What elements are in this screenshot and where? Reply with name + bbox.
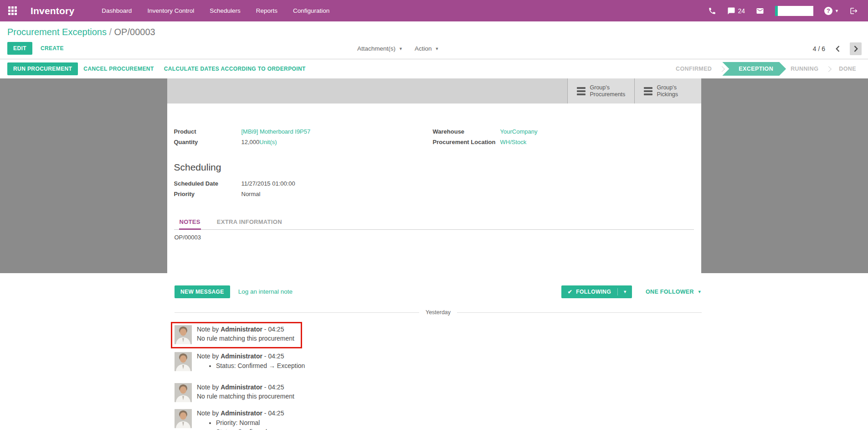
status-exception[interactable]: EXCEPTION <box>722 62 786 76</box>
field-label: Priority <box>174 189 241 199</box>
tracking-item: Priority: Normal <box>216 418 324 427</box>
breadcrumb: Procurement Exceptions / OP/00003 <box>7 27 155 37</box>
app-title: Inventory <box>31 5 74 16</box>
attachments-dropdown[interactable]: Attachment(s)▼ <box>357 45 403 52</box>
chevron-right-icon <box>854 46 858 52</box>
chatter: NEW MESSAGE Log an internal note ✔FOLLOW… <box>175 273 702 430</box>
field-warehouse: Warehouse YourCompany <box>433 126 692 137</box>
message: Note by Administrator - 04:25 No rule ma… <box>175 383 702 403</box>
chevron-down-icon[interactable]: ▼ <box>617 288 632 295</box>
action-dropdown[interactable]: Action▼ <box>415 45 439 52</box>
avatar[interactable] <box>175 352 192 372</box>
edit-button[interactable]: EDIT <box>7 42 32 55</box>
chevron-right-icon <box>719 66 725 72</box>
message-text: No rule matching this procurement <box>197 392 294 401</box>
phone-icon[interactable] <box>708 7 716 15</box>
chevron-right-icon <box>826 66 832 72</box>
avatar[interactable] <box>175 325 192 345</box>
message-tracking-values: Priority: Normal Status: Confirmed Sched… <box>197 418 324 430</box>
list-icon <box>644 87 652 95</box>
field-label: Quantity <box>174 137 241 147</box>
create-button[interactable]: CREATE <box>40 42 65 55</box>
control-panel: Procurement Exceptions / OP/00003 EDIT C… <box>0 21 868 59</box>
product-link[interactable]: [MBi9] Motherboard I9P57 <box>241 126 311 137</box>
warehouse-link[interactable]: YourCompany <box>500 126 538 137</box>
field-scheduled-date: Scheduled Date 11/27/2015 01:00:00 <box>174 178 694 189</box>
check-icon: ✔ <box>568 289 572 295</box>
tab-extra-information[interactable]: EXTRA INFORMATION <box>216 216 282 230</box>
help-icon: ? <box>824 7 832 15</box>
statusbar: CONFIRMED EXCEPTION RUNNING DONE <box>668 62 863 76</box>
avatar[interactable] <box>175 409 192 429</box>
menu-dashboard[interactable]: Dashboard <box>102 7 132 14</box>
menu-inventory-control[interactable]: Inventory Control <box>147 7 194 14</box>
tracking-item: Status: Confirmed → Exception <box>216 361 305 370</box>
message: Note by Administrator - 04:25 Status: Co… <box>175 352 702 372</box>
message-header: Note by Administrator - 04:25 <box>197 409 324 418</box>
chevron-down-icon: ▼ <box>835 9 839 13</box>
field-label: Scheduled Date <box>174 178 241 189</box>
tracking-item: Status: Confirmed <box>216 427 324 430</box>
scheduled-date-value: 11/27/2015 01:00:00 <box>241 178 295 189</box>
groups-procurements-button[interactable]: Group'sProcurements <box>567 78 634 104</box>
field-label: Warehouse <box>433 126 500 137</box>
breadcrumb-separator: / <box>107 27 114 37</box>
notes-content: OP/00003 <box>174 230 694 241</box>
date-separator: Yesterday <box>175 309 702 316</box>
notebook-tabs: NOTES EXTRA INFORMATION <box>174 216 694 230</box>
top-navbar: Inventory Dashboard Inventory Control Sc… <box>0 0 868 21</box>
new-message-button[interactable]: NEW MESSAGE <box>175 285 230 298</box>
tab-notes[interactable]: NOTES <box>179 216 201 230</box>
envelope-icon[interactable] <box>756 7 764 15</box>
avatar[interactable] <box>175 383 192 403</box>
logout-icon[interactable] <box>850 7 858 15</box>
following-button[interactable]: ✔FOLLOWING ▼ <box>561 285 632 298</box>
message-tracking-values: Status: Confirmed → Exception <box>197 361 305 370</box>
followers-dropdown[interactable]: ONE FOLLOWER▼ <box>646 289 702 295</box>
quantity-value: 12,000 <box>241 137 260 147</box>
message-author[interactable]: Administrator <box>221 326 262 333</box>
chevron-left-icon <box>836 46 840 52</box>
user-menu[interactable] <box>775 6 813 16</box>
messages-menu[interactable]: 24 <box>727 7 745 15</box>
pager-previous-button[interactable] <box>832 42 843 55</box>
log-internal-note-button[interactable]: Log an internal note <box>237 285 293 298</box>
unit-link[interactable]: Unit(s) <box>259 137 277 147</box>
message-text: No rule matching this procurement <box>197 334 294 343</box>
cancel-procurement-button[interactable]: CANCEL PROCUREMENT <box>82 62 154 75</box>
field-label: Product <box>174 126 241 137</box>
calculate-dates-button[interactable]: CALCULATE DATES ACCORDING TO ORDERPOINT <box>163 62 307 75</box>
pager-next-button[interactable] <box>850 42 862 55</box>
breadcrumb-parent[interactable]: Procurement Exceptions <box>7 27 107 37</box>
groups-pickings-button[interactable]: Group'sPickings <box>634 78 701 104</box>
priority-value: Normal <box>241 189 261 199</box>
message-author[interactable]: Administrator <box>221 383 262 391</box>
field-procurement-location: Procurement Location WH/Stock <box>433 137 692 147</box>
message-header: Note by Administrator - 04:25 <box>197 325 294 334</box>
chevron-down-icon: ▼ <box>698 290 702 294</box>
field-quantity: Quantity 12,000Unit(s) <box>174 137 433 147</box>
form-background: Group'sProcurements Group'sPickings Prod… <box>0 78 868 273</box>
message-header: Note by Administrator - 04:25 <box>197 383 294 392</box>
form-statusbar-row: RUN PROCUREMENT CANCEL PROCUREMENT CALCU… <box>0 59 868 78</box>
menu-reports[interactable]: Reports <box>256 7 277 14</box>
menu-configuration[interactable]: Configuration <box>293 7 329 14</box>
form-sheet: Group'sProcurements Group'sPickings Prod… <box>167 78 701 273</box>
chevron-down-icon: ▼ <box>399 47 403 51</box>
status-running[interactable]: RUNNING <box>783 62 826 76</box>
apps-grid-icon[interactable] <box>8 6 17 15</box>
run-procurement-button[interactable]: RUN PROCUREMENT <box>7 62 78 75</box>
chevron-down-icon: ▼ <box>435 47 439 51</box>
help-menu[interactable]: ? ▼ <box>824 7 839 15</box>
message-author[interactable]: Administrator <box>221 352 262 360</box>
field-product: Product [MBi9] Motherboard I9P57 <box>174 126 433 137</box>
menu-schedulers[interactable]: Schedulers <box>210 7 241 14</box>
message-count-badge: 24 <box>738 7 745 15</box>
location-link[interactable]: WH/Stock <box>500 137 527 147</box>
list-icon <box>577 87 586 95</box>
message-author[interactable]: Administrator <box>221 409 262 417</box>
field-label: Procurement Location <box>433 137 500 147</box>
message: Note by Administrator - 04:25 Priority: … <box>175 409 702 430</box>
status-confirmed[interactable]: CONFIRMED <box>668 62 719 76</box>
status-done[interactable]: DONE <box>832 62 863 76</box>
